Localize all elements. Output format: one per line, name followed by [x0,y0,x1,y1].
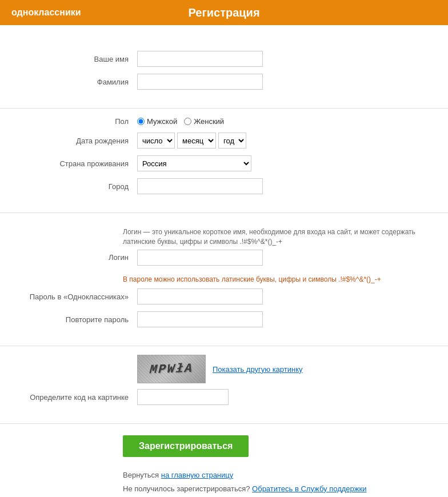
city-label: Город [23,182,137,191]
submit-button[interactable]: Зарегистрироваться [123,435,249,457]
footer-links: Вернуться на главную страницу Не получил… [0,463,448,497]
name-section: Ваше имя Фамилия [0,42,448,109]
gender-label: Пол [23,117,137,126]
main-content: Ваше имя Фамилия Пол Мужской Женский [0,25,448,497]
country-select[interactable]: Россия [137,155,251,171]
logo: одноклассники [11,7,81,18]
login-row: Логин [0,250,448,266]
submit-section: Зарегистрироваться [0,424,448,463]
gender-male-option[interactable]: Мужской [137,117,177,126]
gender-male-radio[interactable] [137,118,145,125]
gender-group: Мужской Женский [137,117,224,126]
password-row: Пароль в «Одноклассниках» [0,288,448,304]
footer-support-row: Не получилось зарегистрироваться? Обрати… [123,482,425,495]
city-row: Город [0,178,448,194]
name-label: Ваше имя [23,55,137,63]
dob-year-select[interactable]: год [218,133,246,149]
footer-back-row: Вернуться на главную страницу [123,468,425,482]
password-hint: В пароле можно использовать латинские бу… [0,272,448,289]
page-title: Регистрация [188,6,259,19]
gender-female-option[interactable]: Женский [184,117,224,126]
name-row: Ваше имя [0,51,448,67]
captcha-image-row: MPWłA Показать другую картинку [0,355,448,383]
password-label: Пароль в «Одноклассниках» [23,292,137,301]
surname-label: Фамилия [23,78,137,86]
captcha-label: Определите код на картинке [23,393,137,402]
country-row: Страна проживания Россия [0,155,448,171]
captcha-input-row: Определите код на картинке [0,389,448,405]
login-hint: Логин — это уникальное короткое имя, нео… [0,222,448,250]
login-input[interactable] [137,250,263,266]
name-input[interactable] [137,51,263,67]
confirm-label: Повторите пароль [23,315,137,324]
captcha-text: MPWłA [149,362,194,378]
confirm-input[interactable] [137,311,263,327]
captcha-section: MPWłA Показать другую картинку Определит… [0,346,448,424]
credentials-section: Логин — это уникальное короткое имя, нео… [0,213,448,346]
country-label: Страна проживания [23,159,137,168]
page-header: одноклассники Регистрация [0,0,448,25]
gender-male-label: Мужской [147,117,177,126]
dob-month-select[interactable]: месяц [177,133,216,149]
captcha-image: MPWłA [137,355,206,383]
surname-input[interactable] [137,74,263,90]
footer-back-text: Вернуться [123,471,159,479]
login-label: Логин [23,253,137,262]
footer-support-link[interactable]: Обратитесь в Службу поддержки [252,484,366,493]
surname-row: Фамилия [0,74,448,90]
password-input[interactable] [137,288,263,304]
dob-label: Дата рождения [23,137,137,145]
confirm-row: Повторите пароль [0,311,448,327]
gender-female-radio[interactable] [184,118,191,125]
captcha-input[interactable] [137,389,229,405]
personal-section: Пол Мужской Женский Дата рождения число [0,109,448,213]
gender-row: Пол Мужской Женский [0,117,448,126]
footer-fail-text: Не получилось зарегистрироваться? [123,484,250,493]
footer-back-link[interactable]: на главную страницу [161,471,234,479]
dob-group: число месяц год [137,133,246,149]
gender-female-label: Женский [194,117,224,126]
city-input[interactable] [137,178,263,194]
dob-row: Дата рождения число месяц год [0,133,448,149]
dob-day-select[interactable]: число [137,133,175,149]
captcha-refresh-button[interactable]: Показать другую картинку [213,365,303,374]
